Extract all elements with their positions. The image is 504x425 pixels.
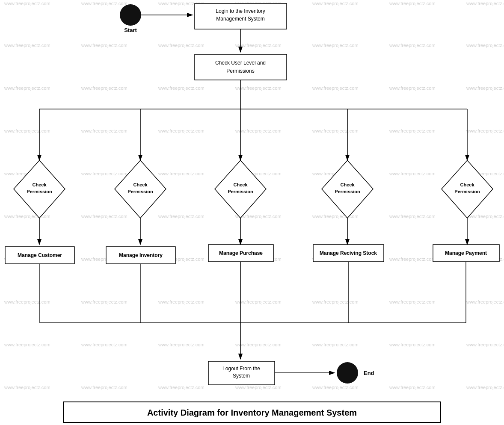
diamond-3-text-2: Permission xyxy=(228,189,253,194)
wm28: www.freeprojectz.com xyxy=(466,128,504,133)
diamond-4-text-2: Permission xyxy=(335,189,360,194)
manage-purchase-text: Manage Purchase xyxy=(219,250,263,256)
wm15: www.freeprojectz.com xyxy=(4,86,50,91)
diamond-4-text-1: Check xyxy=(340,182,355,187)
wm58: www.freeprojectz.com xyxy=(81,342,127,347)
wm34: www.freeprojectz.com xyxy=(389,171,436,176)
wm69: www.freeprojectz.com xyxy=(389,385,436,390)
wm17: www.freeprojectz.com xyxy=(158,86,205,91)
wm61: www.freeprojectz.com xyxy=(312,342,359,347)
wm23: www.freeprojectz.com xyxy=(81,128,127,133)
diamond-3-text-1: Check xyxy=(233,182,248,187)
wm11: www.freeprojectz.com xyxy=(235,43,282,48)
wm42: www.freeprojectz.com xyxy=(466,214,504,219)
wm20: www.freeprojectz.com xyxy=(389,86,436,91)
wm31: www.freeprojectz.com xyxy=(158,171,205,176)
diamond-5-text-2: Permission xyxy=(454,189,480,194)
wm55: www.freeprojectz.com xyxy=(389,299,436,304)
wm52: www.freeprojectz.com xyxy=(158,299,205,304)
diagram-svg: www.freeprojectz.com www.freeprojectz.co… xyxy=(0,0,504,425)
wm40: www.freeprojectz.com xyxy=(312,214,359,219)
wm56: www.freeprojectz.com xyxy=(466,299,504,304)
wm6: www.freeprojectz.com xyxy=(389,1,436,6)
wm1: www.freeprojectz.com xyxy=(4,1,50,6)
wm18: www.freeprojectz.com xyxy=(235,86,282,91)
diamond-5-text-1: Check xyxy=(460,182,474,187)
login-text-2: Management System xyxy=(216,16,264,22)
diamond-2-text-1: Check xyxy=(133,182,148,187)
diagram-title: Activity Diagram for Inventory Managemen… xyxy=(147,408,357,417)
manage-receiving-text: Manage Reciving Stock xyxy=(320,250,377,256)
wm57: www.freeprojectz.com xyxy=(4,342,50,347)
check-user-level-box xyxy=(195,54,287,80)
wm21: www.freeprojectz.com xyxy=(466,86,504,91)
wm36: www.freeprojectz.com xyxy=(4,214,50,219)
wm30: www.freeprojectz.com xyxy=(81,171,127,176)
start-node xyxy=(120,4,141,26)
wm65: www.freeprojectz.com xyxy=(81,385,127,390)
manage-inventory-text: Manage Inventory xyxy=(119,252,163,258)
end-label: End xyxy=(364,370,374,376)
wm64: www.freeprojectz.com xyxy=(4,385,50,390)
wm5: www.freeprojectz.com xyxy=(312,1,359,6)
wm27: www.freeprojectz.com xyxy=(389,128,436,133)
logout-text-2: System xyxy=(233,373,250,379)
diamond-1-text-2: Permission xyxy=(27,189,52,194)
check-user-text-2: Permissions xyxy=(226,68,254,74)
wm24: www.freeprojectz.com xyxy=(158,128,205,133)
wm8: www.freeprojectz.com xyxy=(4,43,50,48)
wm16: www.freeprojectz.com xyxy=(81,86,127,91)
wm10: www.freeprojectz.com xyxy=(158,43,205,48)
wm26: www.freeprojectz.com xyxy=(312,128,359,133)
wm62: www.freeprojectz.com xyxy=(389,342,436,347)
diamond-2-text-2: Permission xyxy=(127,189,153,194)
wm53: www.freeprojectz.com xyxy=(235,299,282,304)
wm70: www.freeprojectz.com xyxy=(466,385,504,390)
wm66: www.freeprojectz.com xyxy=(158,385,205,390)
wm14: www.freeprojectz.com xyxy=(466,43,504,48)
start-label: Start xyxy=(124,27,137,33)
wm25: www.freeprojectz.com xyxy=(235,128,282,133)
wm19: www.freeprojectz.com xyxy=(312,86,359,91)
wm54: www.freeprojectz.com xyxy=(312,299,359,304)
wm12: www.freeprojectz.com xyxy=(312,43,359,48)
wm9: www.freeprojectz.com xyxy=(81,43,127,48)
wm48: www.freeprojectz.com xyxy=(389,257,436,262)
end-node xyxy=(337,362,358,384)
check-user-text-1: Check User Level and xyxy=(215,60,266,66)
wm51: www.freeprojectz.com xyxy=(81,299,127,304)
wm68: www.freeprojectz.com xyxy=(312,385,359,390)
login-text-1: Login to the Inventory xyxy=(216,8,265,14)
wm60: www.freeprojectz.com xyxy=(235,342,282,347)
manage-customer-text: Manage Customer xyxy=(18,252,62,258)
wm50: www.freeprojectz.com xyxy=(4,299,50,304)
wm37: www.freeprojectz.com xyxy=(81,214,127,219)
wm38: www.freeprojectz.com xyxy=(158,214,205,219)
wm63: www.freeprojectz.com xyxy=(466,342,504,347)
manage-payment-text: Manage Payment xyxy=(445,250,487,256)
logout-text-1: Logout From the xyxy=(222,366,260,372)
wm2: www.freeprojectz.com xyxy=(81,1,127,6)
wm22: www.freeprojectz.com xyxy=(4,128,50,133)
wm41: www.freeprojectz.com xyxy=(389,214,436,219)
wm67: www.freeprojectz.com xyxy=(235,385,282,390)
wm13: www.freeprojectz.com xyxy=(389,43,436,48)
wm7: www.freeprojectz.com xyxy=(466,1,504,6)
wm59: www.freeprojectz.com xyxy=(158,342,205,347)
diamond-1-text-1: Check xyxy=(32,182,47,187)
